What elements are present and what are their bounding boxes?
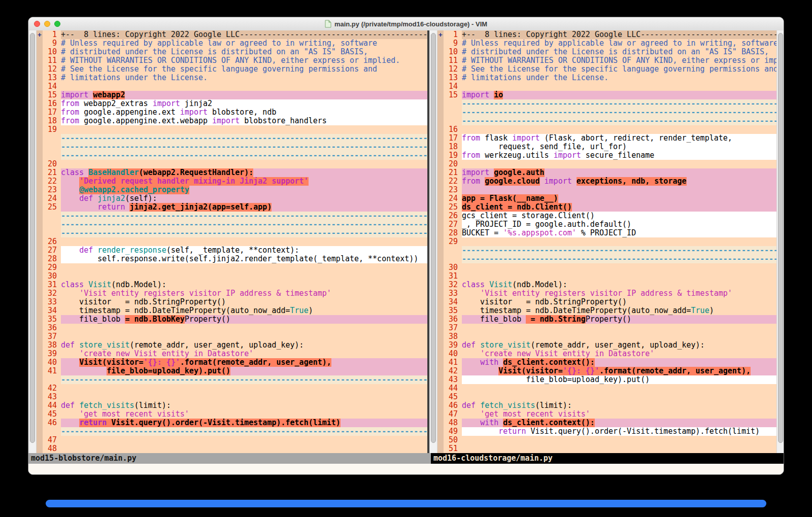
line-text[interactable] <box>462 160 776 168</box>
line-text[interactable]: # Unless required by applicable law or a… <box>462 39 776 48</box>
statusline-active[interactable]: mod16-cloudstorage/main.py <box>431 453 784 464</box>
line-text[interactable]: import google.auth <box>462 168 776 177</box>
line-text[interactable]: +-- 8 lines: Copyright 2022 Google LLC--… <box>61 30 427 39</box>
left-code-area[interactable]: 1+-- 8 lines: Copyright 2022 Google LLC-… <box>43 30 427 453</box>
line-text[interactable]: gcs_client = storage.Client() <box>462 212 776 220</box>
line-text[interactable]: ----------------------------------------… <box>462 117 776 125</box>
fold-column[interactable]: + <box>37 30 43 453</box>
line-text[interactable]: import io <box>462 91 776 99</box>
line-text[interactable]: +-- 8 lines: Copyright 2022 Google LLC--… <box>462 30 776 39</box>
line-text[interactable]: self.response.write(self.jinja2.render_t… <box>61 255 427 263</box>
line-text[interactable]: def store_visit(remote_addr, user_agent,… <box>61 341 427 350</box>
line-text[interactable]: from google.appengine.ext.webapp import … <box>61 117 427 125</box>
line-text[interactable]: request, send_file, url_for) <box>462 143 776 151</box>
line-text[interactable]: BUCKET = '%s.appspot.com' % PROJECT_ID <box>462 229 776 237</box>
command-line[interactable] <box>28 464 784 475</box>
line-text[interactable] <box>61 393 427 401</box>
line-text[interactable]: from google.appengine.ext import blobsto… <box>61 108 427 117</box>
line-text[interactable] <box>462 186 776 194</box>
line-text[interactable]: with ds_client.context(): <box>462 358 776 367</box>
fold-column[interactable]: + <box>437 30 444 453</box>
line-text[interactable] <box>61 332 427 341</box>
line-text[interactable]: # limitations under the License. <box>462 74 776 82</box>
scrollbar-thumb[interactable] <box>778 33 783 443</box>
line-text[interactable]: # distributed under the License is distr… <box>61 48 427 56</box>
right-pane-right-scrollbar[interactable] <box>776 30 784 453</box>
line-text[interactable]: # See the License for the specific langu… <box>61 65 427 74</box>
line-text[interactable]: ----------------------------------------… <box>462 246 776 255</box>
line-text[interactable]: visitor = ndb.StringProperty() <box>61 298 427 306</box>
line-text[interactable]: with ds_client.context(): <box>462 419 776 427</box>
line-text[interactable]: # See the License for the specific langu… <box>462 65 776 74</box>
line-text[interactable]: ----------------------------------------… <box>61 220 427 229</box>
line-text[interactable]: 'Visit entity registers visitor IP addre… <box>61 289 427 298</box>
line-text[interactable]: from webapp2_extras import jinja2 <box>61 99 427 108</box>
line-text[interactable] <box>462 82 776 91</box>
line-text[interactable]: file_blob=upload_key).put() <box>462 375 776 384</box>
line-text[interactable] <box>61 263 427 272</box>
line-text[interactable]: def store_visit(remote_addr, user_agent,… <box>462 341 776 350</box>
line-text[interactable] <box>462 125 776 134</box>
line-text[interactable]: ----------------------------------------… <box>462 108 776 117</box>
line-text[interactable] <box>61 160 427 168</box>
line-text[interactable]: 'get most recent visits' <box>462 410 776 419</box>
line-text[interactable]: def jinja2(self): <box>61 194 427 203</box>
line-text[interactable]: _, PROJECT_ID = google.auth.default() <box>462 220 776 229</box>
line-text[interactable]: ----------------------------------------… <box>61 375 427 384</box>
line-text[interactable] <box>462 237 776 246</box>
line-text[interactable]: Visit(visitor='{}: {}'.format(remote_add… <box>61 358 427 367</box>
line-text[interactable] <box>462 436 776 444</box>
line-text[interactable] <box>462 444 776 453</box>
line-text[interactable]: return Visit.query().order(-Visit.timest… <box>462 427 776 436</box>
line-text[interactable]: class BaseHandler(webapp2.RequestHandler… <box>61 168 427 177</box>
close-button[interactable] <box>34 21 40 27</box>
line-text[interactable]: from flask import (Flask, abort, redirec… <box>462 134 776 143</box>
line-text[interactable]: return Visit.query().order(-Visit.timest… <box>61 419 427 427</box>
line-text[interactable] <box>61 125 427 134</box>
line-text[interactable] <box>61 272 427 281</box>
line-text[interactable] <box>462 384 776 393</box>
line-text[interactable]: ----------------------------------------… <box>61 427 427 436</box>
line-text[interactable] <box>61 384 427 393</box>
line-text[interactable]: 'Derived request handler mixing-in Jinja… <box>61 177 427 186</box>
line-text[interactable]: # WITHOUT WARRANTIES OR CONDITIONS OF AN… <box>462 56 776 65</box>
line-text[interactable] <box>462 332 776 341</box>
fold-plus-icon[interactable]: + <box>438 31 443 39</box>
line-text[interactable]: ----------------------------------------… <box>61 143 427 151</box>
line-text[interactable]: from werkzeug.utils import secure_filena… <box>462 151 776 160</box>
line-text[interactable] <box>61 436 427 444</box>
line-text[interactable]: file_blob=upload_key).put() <box>61 367 427 375</box>
line-text[interactable]: @webapp2.cached_property <box>61 186 427 194</box>
line-text[interactable]: ----------------------------------------… <box>462 255 776 263</box>
minimize-button[interactable] <box>44 21 50 27</box>
line-text[interactable]: ----------------------------------------… <box>61 151 427 160</box>
line-text[interactable] <box>61 237 427 246</box>
line-text[interactable] <box>462 324 776 332</box>
line-text[interactable]: class Visit(ndb.Model): <box>61 281 427 289</box>
line-text[interactable]: 'create new Visit entity in Datastore' <box>462 350 776 358</box>
fold-plus-icon[interactable]: + <box>38 31 42 39</box>
line-text[interactable] <box>462 393 776 401</box>
line-text[interactable]: timestamp = ndb.DateTimeProperty(auto_no… <box>61 306 427 315</box>
line-text[interactable] <box>61 82 427 91</box>
right-pane-left-scrollbar[interactable] <box>429 30 437 453</box>
line-text[interactable]: app = Flask(__name__) <box>462 194 776 203</box>
left-pane-scrollbar[interactable] <box>28 30 37 453</box>
line-text[interactable] <box>61 444 427 453</box>
line-text[interactable]: ----------------------------------------… <box>61 229 427 237</box>
line-text[interactable]: Visit(visitor='{}: {}'.format(remote_add… <box>462 367 776 375</box>
scrollbar-thumb[interactable] <box>431 33 436 443</box>
line-text[interactable]: # distributed under the License is distr… <box>462 48 776 56</box>
line-text[interactable]: ds_client = ndb.Client() <box>462 203 776 212</box>
line-text[interactable]: class Visit(ndb.Model): <box>462 281 776 289</box>
line-text[interactable] <box>462 272 776 281</box>
line-text[interactable]: 'create new Visit entity in Datastore' <box>61 350 427 358</box>
line-text[interactable]: # limitations under the License. <box>61 74 427 82</box>
statusline-inactive[interactable]: mod15-blobstore/main.py <box>28 453 431 464</box>
line-text[interactable]: ----------------------------------------… <box>61 134 427 143</box>
line-text[interactable]: def fetch_visits(limit): <box>61 401 427 410</box>
line-text[interactable]: return jinja2.get_jinja2(app=self.app) <box>61 203 427 212</box>
line-text[interactable]: 'Visit entity registers visitor IP addre… <box>462 289 776 298</box>
z oom-button[interactable] <box>54 21 60 27</box>
line-text[interactable]: import webapp2 <box>61 91 427 99</box>
